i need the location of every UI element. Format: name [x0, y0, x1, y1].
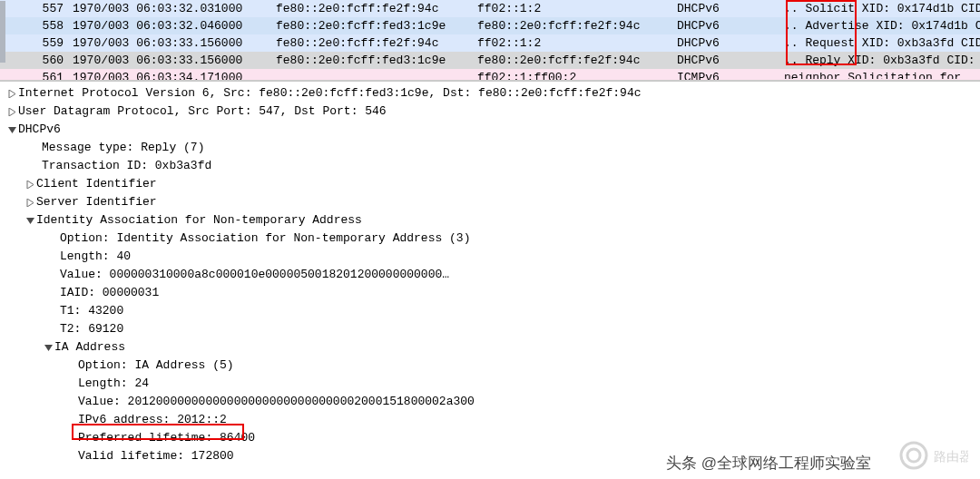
tree-leaf[interactable]: Option: IA Address (5) [0, 357, 980, 375]
col-no: 557 [16, 1, 73, 16]
watermark-right-label: 路由器 [934, 449, 968, 464]
tree-label: Transaction ID: 0xb3a3fd [42, 157, 211, 175]
col-info: .. Solicit XID: 0x174d1b CID [784, 1, 980, 16]
tree-item-ia-address[interactable]: IA Address [0, 338, 980, 357]
tree-label: User Datagram Protocol, Src Port: 547, D… [18, 103, 387, 121]
col-dst: ff02::1:ff00:2 [477, 70, 677, 79]
tree-label: Length: 40 [60, 248, 131, 266]
col-info: neignbor Solicitation for [784, 70, 980, 79]
packet-row[interactable]: 559 1970/003 06:03:33.156000 fe80::2e0:f… [0, 34, 980, 52]
chevron-right-icon[interactable] [5, 108, 18, 116]
tree-leaf[interactable]: Value: 000000310000a8c000010e00000500182… [0, 266, 980, 284]
col-proto: ICMPv6 [677, 70, 784, 79]
tree-label: T2: 69120 [60, 320, 123, 338]
col-no: 559 [16, 35, 73, 51]
col-no: 558 [16, 18, 73, 34]
col-time: 1970/003 06:03:32.031000 [73, 1, 276, 16]
tree-label: Message type: Reply (7) [42, 139, 204, 157]
chevron-down-icon[interactable] [24, 217, 36, 225]
chevron-down-icon[interactable] [5, 126, 18, 134]
tree-label: Client Identifier [36, 175, 157, 193]
svg-point-0 [901, 443, 926, 468]
tree-leaf[interactable]: Transaction ID: 0xb3a3fd [0, 157, 980, 175]
col-src: fe80::2e0:fcff:fe2f:94c [276, 1, 477, 16]
col-proto: DHCPv6 [677, 1, 784, 16]
packet-row[interactable]: 557 1970/003 06:03:32.031000 fe80::2e0:f… [0, 0, 980, 17]
col-proto: DHCPv6 [677, 18, 784, 34]
col-dst: fe80::2e0:fcff:fe2f:94c [477, 53, 677, 68]
tree-label: Length: 24 [78, 375, 149, 393]
chevron-right-icon[interactable] [24, 199, 36, 207]
packet-list: 557 1970/003 06:03:32.031000 fe80::2e0:f… [0, 0, 980, 81]
tree-leaf[interactable]: Length: 24 [0, 375, 980, 393]
tree-leaf[interactable]: T1: 43200 [0, 302, 980, 320]
tree-item-client-id[interactable]: Client Identifier [0, 175, 980, 193]
tree-leaf[interactable]: Preferred lifetime: 86400 [0, 429, 980, 447]
tree-item-udp[interactable]: User Datagram Protocol, Src Port: 547, D… [0, 103, 980, 121]
tree-label: DHCPv6 [18, 121, 61, 139]
packet-row[interactable]: 561 1970/003 06:03:34.171000 ff02::1:ff0… [0, 69, 980, 80]
tree-label: IA Address [54, 338, 125, 357]
col-src: fe80::2e0:fcff:fed3:1c9e [276, 53, 477, 68]
tree-label: Preferred lifetime: 86400 [78, 429, 255, 447]
tree-item-dhcpv6[interactable]: DHCPv6 [0, 121, 980, 139]
col-src [276, 70, 477, 79]
col-info: .. Request XID: 0xb3a3fd CID [784, 35, 980, 51]
col-time: 1970/003 06:03:34.171000 [73, 70, 276, 79]
tree-leaf-ipv6-address[interactable]: IPv6 address: 2012::2 [0, 411, 980, 429]
tree-leaf[interactable]: IAID: 00000031 [0, 284, 980, 302]
tree-label: Option: IA Address (5) [78, 357, 234, 375]
tree-label: Server Identifier [36, 193, 157, 211]
col-time: 1970/003 06:03:33.156000 [73, 35, 276, 51]
col-src: fe80::2e0:fcff:fe2f:94c [276, 35, 477, 51]
tree-label: Option: Identity Association for Non-tem… [60, 230, 470, 248]
packet-row-selected[interactable]: 560 1970/003 06:03:33.156000 fe80::2e0:f… [0, 52, 980, 69]
col-no: 560 [16, 53, 73, 68]
tree-label: Value: 201200000000000000000000000000002… [78, 393, 475, 411]
tree-label: Valid lifetime: 172800 [78, 447, 234, 465]
packet-band [0, 1, 5, 63]
tree-label: Identity Association for Non-temporary A… [36, 211, 362, 230]
packet-details: Internet Protocol Version 6, Src: fe80::… [0, 82, 980, 465]
tree-label: IAID: 00000031 [60, 284, 159, 302]
col-info: .. Reply XID: 0xb3a3fd CID: 0 [784, 53, 980, 68]
tree-label: Value: 000000310000a8c000010e00000500182… [60, 266, 449, 284]
tree-item-server-id[interactable]: Server Identifier [0, 193, 980, 211]
tree-label: IPv6 address: 2012::2 [78, 411, 227, 429]
tree-label: Internet Protocol Version 6, Src: fe80::… [18, 84, 642, 103]
col-info: .. Advertise XID: 0x174d1b CI [784, 18, 980, 34]
col-dst: ff02::1:2 [477, 1, 677, 16]
packet-row[interactable]: 558 1970/003 06:03:32.046000 fe80::2e0:f… [0, 17, 980, 34]
tree-label: T1: 43200 [60, 302, 123, 320]
col-src: fe80::2e0:fcff:fed3:1c9e [276, 18, 477, 34]
col-dst: ff02::1:2 [477, 35, 677, 51]
tree-item-iana[interactable]: Identity Association for Non-temporary A… [0, 211, 980, 230]
tree-item-ipv6[interactable]: Internet Protocol Version 6, Src: fe80::… [0, 84, 980, 103]
tree-leaf[interactable]: Value: 201200000000000000000000000000002… [0, 393, 980, 411]
col-proto: DHCPv6 [677, 35, 784, 51]
tree-leaf[interactable]: T2: 69120 [0, 320, 980, 338]
watermark-logo: 路由器 [891, 435, 973, 475]
tree-leaf[interactable]: Message type: Reply (7) [0, 139, 980, 157]
col-proto: DHCPv6 [677, 53, 784, 68]
chevron-right-icon[interactable] [24, 181, 36, 189]
chevron-right-icon[interactable] [5, 90, 18, 98]
tree-leaf[interactable]: Option: Identity Association for Non-tem… [0, 230, 980, 248]
col-time: 1970/003 06:03:32.046000 [73, 18, 276, 34]
chevron-down-icon[interactable] [42, 344, 54, 352]
watermark-text: 头条 @全球网络工程师实验室 [666, 453, 871, 474]
col-no: 561 [16, 70, 73, 79]
col-dst: fe80::2e0:fcff:fe2f:94c [477, 18, 677, 34]
svg-point-1 [907, 449, 920, 462]
tree-leaf[interactable]: Length: 40 [0, 248, 980, 266]
col-time: 1970/003 06:03:33.156000 [73, 53, 276, 68]
